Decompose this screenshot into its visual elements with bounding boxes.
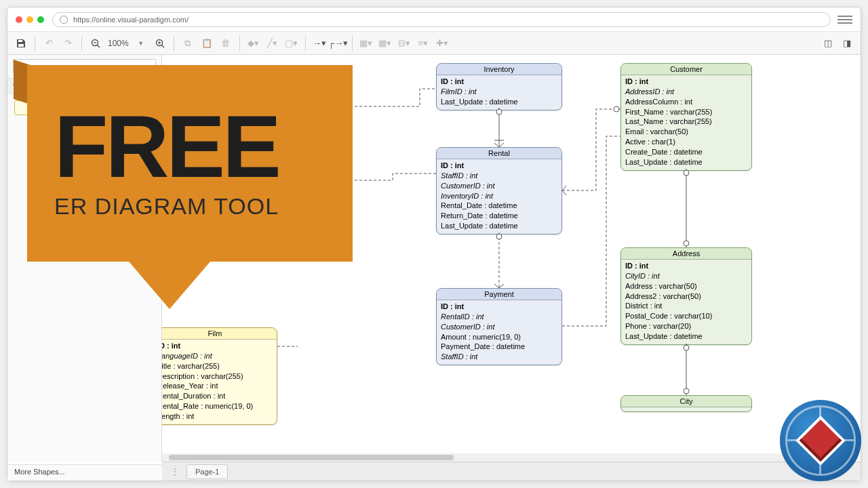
svg-rect-0 [18,40,22,42]
attribute-row: Description : varchar(255) [162,371,273,382]
zoom-level[interactable]: 100% [106,39,130,48]
to-back-icon[interactable]: ▩▾ [377,35,393,52]
attribute-row: CustomerID : int [441,181,557,191]
attribute-row: Amount : numeric(19, 0) [441,332,557,342]
to-front-icon[interactable]: ▦▾ [358,35,374,52]
svg-point-19 [684,345,689,350]
attribute-row: ID : int [162,341,273,351]
zoom-in-icon[interactable] [152,35,168,52]
attribute-row: ID : int [625,261,747,271]
page-tabs: ⋮ Page-1 [162,462,861,481]
add-icon[interactable]: ✚▾ [434,35,450,52]
copy-icon[interactable]: ⧉ [180,35,196,52]
svg-point-13 [496,234,502,239]
minimize-icon[interactable] [26,16,33,23]
paste-icon[interactable]: 📋 [199,35,215,52]
distribute-icon[interactable]: ≡▾ [415,35,431,52]
diagram-canvas[interactable]: Film ID : intLanguageID : intTitle : var… [162,55,861,462]
entity-shape-green[interactable] [47,100,71,115]
entity-attributes: ID : intLanguageID : intTitle : varchar(… [162,340,277,424]
attribute-row: FilmID : int [441,87,557,97]
attribute-row: StaffID : int [441,171,557,181]
entity-title: Film [162,328,277,340]
entity-inventory[interactable]: Inventory ID : intFilmID : intLast_Updat… [436,63,562,110]
shapes-sidebar: ▾En [7,55,162,462]
entity-city[interactable]: City [620,395,752,412]
shadow-icon[interactable]: ▢▾ [283,35,300,52]
attribute-row: Create_Date : datetime [625,147,747,157]
entity-title: Inventory [437,64,561,75]
align-icon[interactable]: ⊟▾ [396,35,412,52]
attribute-row: Email : varchar(50) [625,127,747,137]
svg-point-14 [614,106,619,112]
waypoint-style-icon[interactable]: ┌→▾ [330,35,347,52]
tab-drag-handle-icon[interactable]: ⋮ [166,466,184,477]
entity-title: Rental [437,148,561,159]
attribute-row: Last_Update : datetime [625,331,747,342]
svg-line-6 [161,45,164,47]
maximize-icon[interactable] [37,16,44,23]
entity-attributes: ID : intRentalID : intCustomerID : intAm… [437,300,561,365]
svg-point-16 [684,170,689,176]
entity-title: City [621,396,751,407]
attribute-row: CityID : int [625,271,747,281]
visual-paradigm-logo-icon [780,400,861,481]
svg-point-20 [684,388,689,394]
attribute-row: District : int [625,301,747,311]
entity-box[interactable] [169,89,345,123]
attribute-row: Payment_Date : datetime [441,342,557,352]
attribute-row: Release_Year : int [162,381,273,391]
window-controls [16,16,44,23]
attribute-row: InventoryID : int [441,191,557,201]
fill-color-icon[interactable]: ◆▾ [245,35,262,52]
attribute-row: CustomerID : int [441,322,557,332]
save-icon[interactable] [13,35,29,52]
connector-style-icon[interactable]: →▾ [311,35,328,52]
site-info-icon [60,16,68,24]
entity-attributes [621,407,751,411]
entity-title: Customer [621,64,751,75]
entity-payment[interactable]: Payment ID : intRentalID : intCustomerID… [436,288,562,365]
format-panel-icon[interactable]: ◨ [839,35,855,52]
attribute-row: ID : int [441,302,557,312]
entity-film[interactable]: Film ID : intLanguageID : intTitle : var… [162,327,277,425]
delete-icon[interactable]: 🗑 [218,35,234,52]
browser-chrome: https://online.visual-paradigm.com/ [7,7,861,32]
browser-window: https://online.visual-paradigm.com/ ↶ ↷ … [7,7,861,481]
zoom-out-icon[interactable] [87,35,104,52]
entity-shape-yellow[interactable] [14,100,39,115]
more-shapes-button[interactable]: More Shapes... [7,464,162,481]
attribute-row: Length : int [162,411,273,422]
attribute-row: AddressColumn : int [625,97,747,107]
page-tab-1[interactable]: Page-1 [186,464,228,479]
attribute-row: Last_Update : datetime [625,157,747,167]
line-color-icon[interactable]: ╱▾ [264,35,281,52]
search-input[interactable] [13,59,156,74]
entity-customer[interactable]: Customer ID : intAddressID : intAddressC… [620,63,752,171]
attribute-row: Address2 : varchar(50) [625,291,747,302]
app-toolbar: ↶ ↷ 100% ▼ ⧉ 📋 🗑 ◆▾ ╱▾ ▢▾ →▾ ┌→▾ ▦▾ ▩▾ ⊟… [7,32,861,55]
attribute-row: AddressID : int [625,87,747,97]
close-icon[interactable] [16,16,22,23]
svg-point-17 [684,241,689,246]
attribute-row: Rental_Date : datetime [441,201,557,211]
entity-box[interactable] [169,160,345,201]
attribute-row: Postal_Code : varchar(10) [625,311,747,321]
attribute-row: Title : varchar(255) [162,361,273,371]
attribute-row: ID : int [625,77,747,87]
redo-icon[interactable]: ↷ [60,35,76,52]
zoom-dropdown-icon[interactable]: ▼ [133,35,149,52]
outline-panel-icon[interactable]: ◫ [820,35,836,52]
attribute-row: Last_Name : varchar(255) [625,117,747,127]
horizontal-scrollbar[interactable] [162,453,852,462]
attribute-row: First_Name : varchar(255) [625,107,747,117]
entity-attributes: ID : intStaffID : intCustomerID : intInv… [437,159,561,234]
menu-icon[interactable] [837,16,852,24]
undo-icon[interactable]: ↶ [41,35,57,52]
address-bar[interactable]: https://online.visual-paradigm.com/ [52,12,831,27]
entity-rental[interactable]: Rental ID : intStaffID : intCustomerID :… [436,147,562,235]
entity-title: Payment [437,289,561,300]
sidebar-panel-header[interactable]: ▾En [7,78,161,94]
attribute-row: LanguageID : int [162,351,273,361]
entity-address[interactable]: Address ID : intCityID : intAddress : va… [620,247,752,345]
